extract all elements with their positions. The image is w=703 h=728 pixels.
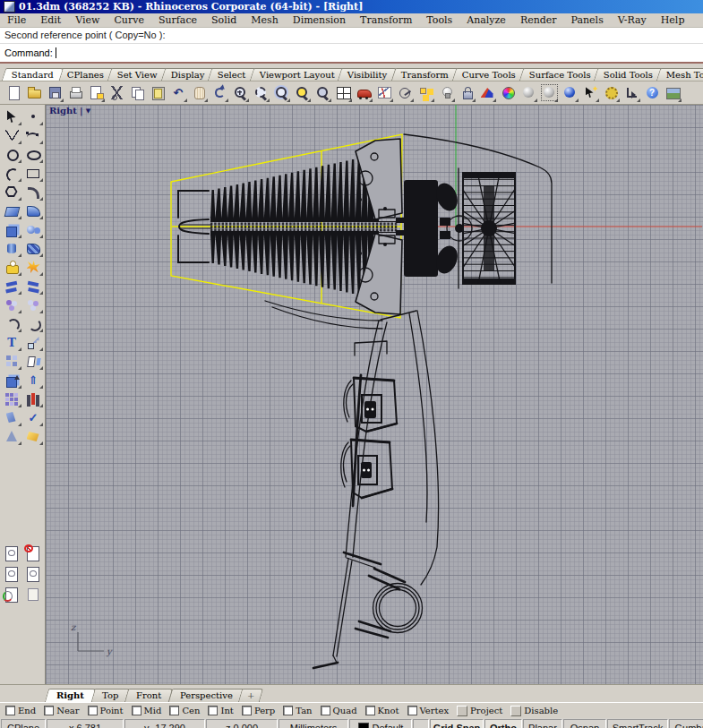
checkbox-icon[interactable] <box>5 706 15 715</box>
checkbox-icon[interactable] <box>44 706 54 715</box>
tool-check-objects-button[interactable]: ✓ <box>22 408 44 427</box>
status-grid-snap[interactable]: Grid Snap <box>430 719 484 728</box>
toolbar-tab-set-view[interactable]: Set View <box>107 68 167 81</box>
options-gear-button[interactable] <box>601 83 621 103</box>
tool-array-button[interactable] <box>1 390 22 408</box>
status-z-0-000[interactable]: z 0.000 <box>206 719 278 728</box>
toggle-icon[interactable] <box>457 706 467 716</box>
menu-curve[interactable]: Curve <box>107 13 150 27</box>
new-file-button[interactable] <box>4 83 23 103</box>
toolbar-tab-solid-tools[interactable]: Solid Tools <box>594 68 664 81</box>
viewport-title[interactable]: Right | ▼ <box>49 106 90 116</box>
toolbar-tab-surface-tools[interactable]: Surface Tools <box>519 68 600 81</box>
snap-cursor-button[interactable] <box>580 83 600 103</box>
command-input-row[interactable]: Command: <box>0 44 703 64</box>
zoom-previous-button[interactable] <box>313 83 332 103</box>
zoom-selected-button[interactable] <box>292 83 312 103</box>
tool-copy-objects-button[interactable] <box>1 352 22 371</box>
checkbox-icon[interactable] <box>208 706 218 715</box>
shaded-view-button[interactable] <box>519 83 538 103</box>
tool-text-button[interactable]: T <box>1 333 22 352</box>
menu-v-ray[interactable]: V-Ray <box>611 13 654 27</box>
tool-split-button[interactable] <box>22 277 44 295</box>
tool-circle-button[interactable] <box>1 145 22 164</box>
checkbox-icon[interactable] <box>365 706 375 715</box>
lock-objects-button[interactable] <box>457 83 476 103</box>
toggle-icon[interactable] <box>510 706 521 716</box>
osnap-quad[interactable]: Quad <box>321 706 357 715</box>
tool-move-point-button[interactable] <box>22 333 44 352</box>
tool-scale-button[interactable] <box>22 352 44 371</box>
checkbox-icon[interactable] <box>169 706 179 715</box>
plan-view-button[interactable] <box>374 83 394 103</box>
menu-mesh[interactable]: Mesh <box>244 13 286 27</box>
menu-edit[interactable]: Edit <box>33 13 68 27</box>
viewport-tab-right[interactable]: Right <box>45 689 96 702</box>
rotate-view-button[interactable] <box>210 83 229 103</box>
layer-light-button[interactable] <box>436 83 456 103</box>
viewport-tab-front[interactable]: Front <box>124 689 174 702</box>
status-planar[interactable]: Planar <box>523 719 562 728</box>
color-wheel-button[interactable] <box>498 83 518 103</box>
menu-render[interactable]: Render <box>513 13 564 27</box>
osnap-tan[interactable]: Tan <box>283 706 312 715</box>
toolbar-tab-transform[interactable]: Transform <box>390 68 459 81</box>
rendered-view-button[interactable] <box>560 83 579 103</box>
status-smarttrack[interactable]: SmartTrack <box>607 719 668 728</box>
copy-page-button[interactable] <box>86 83 106 103</box>
osnap-cen[interactable]: Cen <box>169 706 200 715</box>
osnap-end[interactable]: End <box>5 706 36 715</box>
viewport-right[interactable]: Right | ▼ <box>46 105 703 684</box>
status-ortho[interactable]: Ortho <box>484 719 522 728</box>
osnap-perp[interactable]: Perp <box>242 706 275 715</box>
toolbar-tab-standard[interactable]: Standard <box>2 68 64 81</box>
checkbox-icon[interactable] <box>283 706 293 715</box>
select-points-button[interactable] <box>416 83 435 103</box>
undo-button[interactable]: ↶ <box>168 83 188 103</box>
osnap-knot[interactable]: Knot <box>365 706 399 715</box>
status-osnap[interactable]: Osnap <box>563 719 606 728</box>
zoom-in-button[interactable] <box>230 83 250 103</box>
open-file-button[interactable] <box>24 83 44 103</box>
disable-view-button[interactable] <box>22 543 44 563</box>
viewport-tab-perspective[interactable]: Perspective <box>167 689 244 702</box>
status-y-17-290[interactable]: y -17.290 <box>124 719 205 728</box>
tool-pipe-curve-button[interactable] <box>22 183 44 201</box>
checkbox-icon[interactable] <box>407 706 417 715</box>
named-view-a-button[interactable] <box>1 563 22 584</box>
tool-array-curve-button[interactable] <box>22 390 44 408</box>
menu-view[interactable]: View <box>68 13 107 27</box>
tool-single-point-button[interactable] <box>22 107 44 126</box>
tool-hide-objects-button[interactable] <box>1 408 22 427</box>
copy-button[interactable] <box>127 83 147 103</box>
save-button[interactable] <box>45 83 64 103</box>
menu-help[interactable]: Help <box>654 13 692 27</box>
undo-view-button[interactable] <box>1 543 22 563</box>
checkbox-icon[interactable] <box>242 706 252 715</box>
status-default[interactable]: Default <box>349 719 412 728</box>
toolbar-tab-curve-tools[interactable]: Curve Tools <box>451 68 525 81</box>
toolbar-tab-display[interactable]: Display <box>160 68 214 81</box>
menu-file[interactable]: File <box>0 13 33 27</box>
title-bar[interactable]: 01.3dm (368252 KB) - Rhinoceros Corporat… <box>0 0 703 13</box>
set-cplane-button[interactable] <box>395 83 415 103</box>
osnap-mid[interactable]: Mid <box>132 706 162 715</box>
tool-ellipse-button[interactable] <box>22 145 44 164</box>
pan-button[interactable] <box>189 83 209 103</box>
zoom-extents-button[interactable] <box>271 83 291 103</box>
tool-fillet-curve-button[interactable] <box>1 314 22 333</box>
viewport-layout-button[interactable] <box>333 83 353 103</box>
history-link-button[interactable] <box>622 83 641 103</box>
status-x-6-781[interactable]: x 6.781 <box>47 719 124 728</box>
named-view-button[interactable] <box>354 83 373 103</box>
checkbox-icon[interactable] <box>88 706 98 715</box>
cplane-view-button[interactable] <box>1 584 22 604</box>
tool-box-button[interactable] <box>1 220 22 239</box>
menu-tools[interactable]: Tools <box>419 13 459 27</box>
layer-state-button[interactable] <box>477 83 497 103</box>
tool-cone-button[interactable] <box>1 427 22 446</box>
toolbar-tab-select[interactable]: Select <box>208 68 256 81</box>
tool-sphere-button[interactable] <box>22 220 44 239</box>
tool-boolean-union-button[interactable] <box>1 258 22 277</box>
tool-extrude-button[interactable] <box>1 371 22 390</box>
